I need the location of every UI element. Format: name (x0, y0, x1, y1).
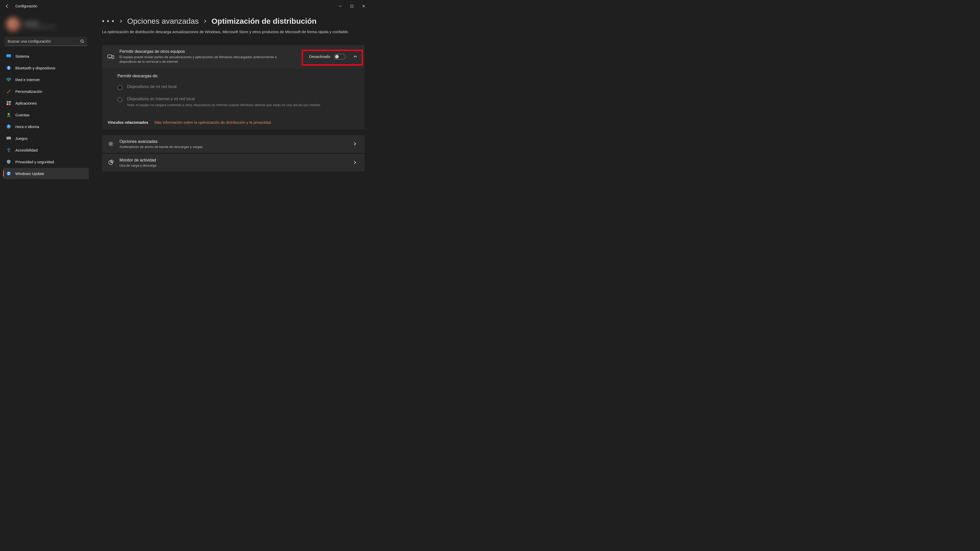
radio-icon (118, 85, 123, 90)
allow-downloads-toggle[interactable] (334, 54, 345, 59)
svg-point-1 (81, 40, 83, 42)
related-links: Vínculos relacionados Más información so… (102, 115, 364, 130)
gamepad-icon (6, 137, 11, 140)
sidebar-item-personalization[interactable]: Personalización (3, 86, 89, 97)
advanced-options-row[interactable]: Opciones avanzadas Aceleradores de ancho… (102, 135, 364, 153)
chevron-right-icon (204, 19, 207, 23)
sidebar-item-label: Personalización (15, 89, 42, 94)
sidebar-item-label: Accesibilidad (15, 148, 38, 152)
sidebar-item-update[interactable]: Windows Update (3, 168, 89, 179)
subpanel-heading: Permitir descargas de: (118, 74, 349, 78)
avatar (6, 17, 21, 32)
search-input[interactable] (5, 37, 87, 46)
row-desc: Uso de carga y descarga (119, 164, 348, 167)
sidebar-item-bluetooth[interactable]: Bluetooth y dispositivos (3, 62, 89, 73)
sidebar-item-label: Red e Internet (15, 78, 40, 82)
back-button[interactable] (2, 1, 12, 11)
sidebar-item-label: Juegos (15, 136, 27, 141)
sidebar-item-label: Hora e idioma (15, 124, 39, 129)
radio-option-internet[interactable]: Dispositivos en Internet y mi red local … (118, 97, 349, 108)
shield-icon (6, 159, 11, 164)
toggle-state-label: Desactivado (309, 54, 330, 59)
maximize-button[interactable] (346, 2, 358, 10)
svg-rect-9 (9, 103, 11, 105)
breadcrumb-more[interactable]: • • • (102, 17, 115, 25)
svg-point-5 (8, 81, 9, 82)
row-title: Monitor de actividad (119, 158, 348, 162)
chevron-up-icon (353, 55, 357, 59)
svg-point-10 (8, 113, 10, 115)
collapse-button[interactable] (353, 55, 360, 59)
allow-downloads-title: Permitir descargas de otros equipos (119, 49, 301, 54)
close-button[interactable] (358, 2, 369, 10)
chevron-right-icon (119, 19, 123, 23)
sidebar-item-network[interactable]: Red e Internet (3, 74, 89, 85)
sidebar-nav: Sistema Bluetooth y dispositivos Red e I… (3, 51, 89, 179)
sidebar-item-label: Sistema (15, 54, 29, 59)
sidebar-item-time[interactable]: Hora e idioma (3, 121, 89, 132)
chevron-right-icon (353, 142, 360, 146)
row-desc: Aceleradores de ancho de banda de descar… (119, 145, 348, 149)
sidebar-item-label: Cuentas (15, 113, 30, 117)
svg-point-12 (8, 148, 9, 149)
page-description: La optimización de distribución descarga… (102, 29, 363, 35)
sidebar-item-label: Windows Update (15, 171, 44, 176)
wifi-icon (6, 78, 11, 82)
related-link-privacy[interactable]: Más información sobre la optimización de… (154, 120, 271, 124)
sidebar-item-system[interactable]: Sistema (3, 51, 89, 62)
maximize-icon (350, 5, 353, 8)
svg-rect-14 (108, 55, 112, 58)
svg-point-13 (6, 171, 11, 176)
update-icon (6, 171, 11, 176)
svg-rect-7 (9, 101, 11, 103)
minimize-icon (339, 5, 342, 8)
search-box[interactable] (5, 37, 87, 46)
sidebar-item-accessibility[interactable]: Accesibilidad (3, 144, 89, 156)
radio-option-local[interactable]: Dispositivos de mi red local (118, 84, 349, 90)
devices-icon (107, 54, 115, 59)
arrow-left-icon (5, 4, 9, 8)
account-block[interactable]: Usuario usuario@example.com (3, 14, 89, 35)
activity-monitor-row[interactable]: Monitor de actividad Uso de carga y desc… (102, 154, 364, 171)
page-title: Optimización de distribución (212, 17, 317, 25)
allow-downloads-subpanel: Permitir descargas de: Dispositivos de m… (102, 68, 364, 115)
radio-note: Nota: el equipo no cargará contenido a o… (127, 103, 320, 108)
related-heading: Vínculos relacionados (108, 120, 148, 124)
account-name: Usuario (24, 21, 56, 25)
accessibility-icon (6, 148, 11, 152)
clock-icon (6, 124, 11, 129)
radio-label: Dispositivos de mi red local (127, 84, 177, 89)
radio-icon (118, 97, 123, 102)
allow-downloads-desc: El equipo puede enviar partes de actuali… (119, 55, 283, 64)
pie-chart-icon (107, 160, 115, 165)
sidebar-item-label: Bluetooth y dispositivos (15, 66, 56, 70)
svg-rect-3 (6, 57, 11, 57)
svg-rect-8 (6, 103, 8, 105)
sidebar-item-label: Privacidad y seguridad (15, 160, 54, 164)
allow-downloads-card: Permitir descargas de otros equipos El e… (102, 45, 364, 68)
svg-rect-15 (112, 56, 114, 59)
sidebar-item-accounts[interactable]: Cuentas (3, 109, 89, 121)
chevron-right-icon (353, 161, 360, 164)
sidebar-item-label: Aplicaciones (15, 101, 37, 105)
breadcrumb-link-advanced[interactable]: Opciones avanzadas (127, 17, 199, 25)
toggle-knob (335, 55, 339, 59)
sidebar-item-apps[interactable]: Aplicaciones (3, 97, 89, 109)
sidebar-item-privacy[interactable]: Privacidad y seguridad (3, 156, 89, 167)
sidebar-item-gaming[interactable]: Juegos (3, 133, 89, 144)
close-icon (362, 5, 365, 8)
window-title: Configuración (15, 4, 37, 8)
breadcrumb: • • • Opciones avanzadas Optimización de… (102, 17, 364, 25)
brush-icon (6, 89, 11, 94)
gear-icon (107, 141, 115, 147)
apps-icon (6, 101, 11, 105)
minimize-button[interactable] (334, 2, 346, 10)
search-icon (80, 39, 84, 43)
account-email: usuario@example.com (24, 25, 56, 29)
bluetooth-icon (6, 65, 11, 70)
radio-label: Dispositivos en Internet y mi red local (127, 97, 320, 101)
svg-point-16 (110, 143, 112, 145)
row-title: Opciones avanzadas (119, 139, 348, 144)
person-icon (6, 113, 11, 117)
svg-rect-0 (351, 5, 353, 7)
